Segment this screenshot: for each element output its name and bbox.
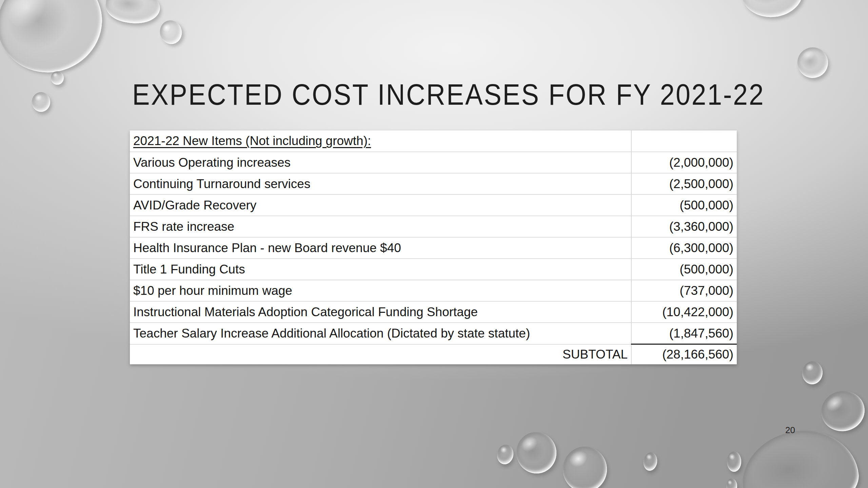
- water-droplet-decoration: [817, 387, 868, 435]
- table-row: Title 1 Funding Cuts (500,000): [130, 259, 737, 280]
- cost-item-label: FRS rate increase: [130, 216, 631, 237]
- table-row: Health Insurance Plan - new Board revenu…: [130, 237, 737, 259]
- cost-item-value: (2,500,000): [631, 173, 737, 195]
- subtotal-row: SUBTOTAL (28,166,560): [130, 344, 737, 365]
- cost-item-value: (2,000,000): [631, 152, 737, 173]
- cost-item-label: Instructional Materials Adoption Categor…: [130, 301, 631, 323]
- water-droplet-decoration: [727, 451, 741, 472]
- cost-item-label: Continuing Turnaround services: [130, 173, 631, 195]
- table-row: Continuing Turnaround services (2,500,00…: [130, 173, 737, 195]
- cost-table: 2021-22 New Items (Not including growth)…: [130, 130, 737, 364]
- cost-item-value: (500,000): [631, 195, 737, 216]
- table-row: Teacher Salary Increase Additional Alloc…: [130, 323, 737, 344]
- subtotal-value: (28,166,560): [631, 344, 737, 365]
- water-droplet-decoration: [563, 447, 607, 488]
- table-header-row: 2021-22 New Items (Not including growth)…: [130, 130, 737, 152]
- presentation-slide: EXPECTED COST INCREASES FOR FY 2021-22 2…: [0, 0, 868, 488]
- slide-title: EXPECTED COST INCREASES FOR FY 2021-22: [132, 77, 765, 111]
- table-row: AVID/Grade Recovery (500,000): [130, 195, 737, 216]
- water-droplet-decoration: [495, 443, 515, 465]
- cost-item-label: Teacher Salary Increase Additional Alloc…: [130, 323, 631, 344]
- water-droplet-decoration: [797, 47, 828, 78]
- cost-item-label: Title 1 Funding Cuts: [130, 259, 631, 280]
- cost-item-value: (1,847,560): [631, 323, 737, 344]
- table-header-value-cell: [631, 130, 737, 152]
- water-droplet-decoration: [51, 71, 64, 85]
- table-row: Various Operating increases (2,000,000): [130, 152, 737, 173]
- cost-item-value: (6,300,000): [631, 237, 737, 259]
- cost-item-label: Health Insurance Plan - new Board revenu…: [130, 237, 631, 259]
- water-droplet-decoration: [157, 18, 184, 46]
- cost-item-value: (10,422,000): [631, 301, 737, 323]
- table-body: Various Operating increases (2,000,000) …: [130, 152, 737, 344]
- cost-item-label: AVID/Grade Recovery: [130, 195, 631, 216]
- water-droplet-decoration: [726, 479, 737, 488]
- water-droplet-decoration: [801, 361, 824, 385]
- water-droplet-decoration: [32, 92, 50, 112]
- cost-item-value: (737,000): [631, 280, 737, 301]
- cost-item-value: (3,360,000): [631, 216, 737, 237]
- slide-number: 20: [785, 425, 795, 435]
- cost-item-value: (500,000): [631, 259, 737, 280]
- water-droplet-decoration: [642, 451, 658, 471]
- table-header: 2021-22 New Items (Not including growth)…: [130, 130, 631, 152]
- water-droplet-decoration: [739, 0, 805, 20]
- water-droplet-decoration: [514, 429, 559, 476]
- water-droplet-decoration: [737, 425, 862, 488]
- table-row: Instructional Materials Adoption Categor…: [130, 301, 737, 323]
- table-row: FRS rate increase (3,360,000): [130, 216, 737, 237]
- subtotal-label: SUBTOTAL: [130, 344, 631, 365]
- cost-item-label: Various Operating increases: [130, 152, 631, 173]
- table-row: $10 per hour minimum wage (737,000): [130, 280, 737, 301]
- water-droplet-decoration: [104, 0, 162, 26]
- cost-item-label: $10 per hour minimum wage: [130, 280, 631, 301]
